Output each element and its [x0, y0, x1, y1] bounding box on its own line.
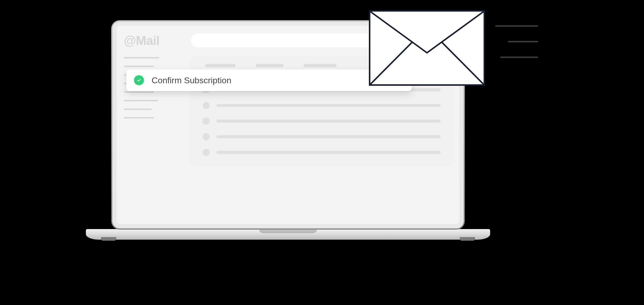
inbox-tab[interactable]: [205, 64, 235, 67]
inbox-rows: [203, 86, 441, 156]
inbox-tab[interactable]: [304, 64, 337, 67]
highlighted-email-subject: Confirm Subscription: [152, 75, 231, 85]
sidebar-item[interactable]: [124, 108, 152, 110]
sender-avatar-placeholder: [203, 102, 210, 109]
email-row[interactable]: [203, 102, 441, 109]
email-row[interactable]: [203, 118, 441, 125]
inbox-tab[interactable]: [256, 64, 283, 67]
sidebar-item[interactable]: [124, 91, 154, 93]
sidebar-item[interactable]: [124, 57, 159, 59]
app-logo: @Mail: [124, 33, 182, 48]
envelope-icon: [369, 10, 485, 86]
laptop-foot: [101, 237, 116, 241]
checkmark-icon: [133, 75, 145, 86]
email-subject-placeholder: [216, 151, 441, 154]
sidebar-item[interactable]: [124, 100, 158, 101]
laptop-foot: [460, 237, 475, 241]
sidebar-item[interactable]: [124, 117, 154, 119]
email-subject-placeholder: [216, 104, 441, 107]
sidebar: @Mail: [124, 33, 182, 224]
email-subject-placeholder: [216, 135, 441, 138]
sender-avatar-placeholder: [203, 133, 210, 140]
motion-lines-icon: [495, 25, 538, 58]
sender-avatar-placeholder: [203, 118, 210, 125]
laptop-base: [86, 229, 490, 240]
email-row[interactable]: [203, 133, 441, 140]
sidebar-item[interactable]: [124, 66, 154, 67]
laptop-trackpad-notch: [259, 229, 317, 233]
email-subject-placeholder: [216, 120, 441, 123]
sender-avatar-placeholder: [203, 149, 210, 156]
email-row[interactable]: [203, 149, 441, 156]
